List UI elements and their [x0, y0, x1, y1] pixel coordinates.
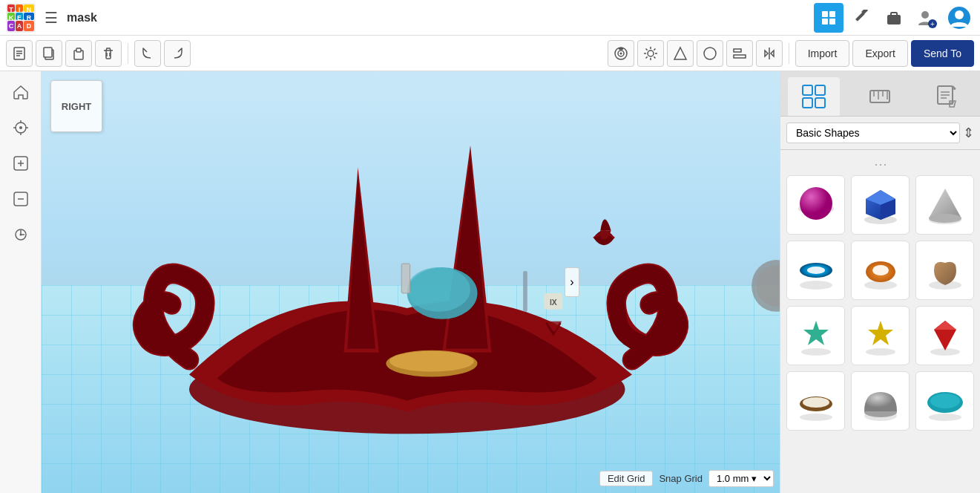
panel-expand-button[interactable]: ⇕	[963, 125, 974, 141]
paste-button[interactable]	[65, 40, 92, 67]
send-to-button[interactable]: Send To	[911, 40, 974, 67]
svg-point-80	[389, 351, 474, 372]
shapes-row-4	[786, 371, 974, 431]
thin-ring-shape[interactable]	[786, 371, 845, 431]
top-right-icons: +	[814, 3, 974, 33]
svg-rect-20	[829, 11, 835, 17]
gem-shape[interactable]	[915, 306, 974, 365]
shapes-row-3	[786, 306, 974, 365]
svg-rect-83	[401, 264, 410, 293]
svg-rect-57	[734, 55, 746, 58]
light-button[interactable]	[637, 40, 664, 67]
svg-rect-56	[734, 49, 741, 52]
svg-point-117	[872, 265, 889, 275]
svg-point-73	[19, 234, 22, 236]
svg-point-128	[803, 397, 829, 408]
star-gold-shape[interactable]	[851, 306, 910, 365]
redo-button[interactable]	[164, 40, 191, 67]
shape-button[interactable]	[667, 40, 694, 67]
scene-svg: IX	[42, 71, 780, 493]
svg-text:K: K	[9, 14, 14, 22]
svg-line-52	[654, 56, 655, 58]
svg-point-126	[800, 414, 832, 421]
undo-button[interactable]	[134, 40, 161, 67]
top-bar: T I N K E R C A D ☰ mask	[0, 0, 980, 36]
svg-text:E: E	[17, 14, 22, 22]
shapes-row-1	[786, 175, 974, 235]
shapes-grid: ⋯	[780, 150, 980, 493]
svg-point-131	[929, 414, 961, 421]
svg-rect-37	[44, 48, 52, 57]
svg-marker-78	[446, 157, 488, 349]
svg-point-112	[800, 281, 832, 290]
scroll-up-indicator: ⋯	[786, 156, 974, 172]
star-teal-shape[interactable]	[786, 306, 845, 365]
diamond-shape[interactable]	[915, 371, 974, 431]
shapes-row-2	[786, 241, 974, 300]
avatar-button[interactable]	[944, 3, 974, 33]
svg-marker-122	[868, 321, 893, 345]
torus-shape[interactable]	[786, 241, 845, 300]
box-shape[interactable]	[851, 175, 910, 235]
svg-rect-92	[803, 98, 812, 108]
grid-tab[interactable]	[788, 77, 840, 116]
svg-rect-39	[76, 48, 81, 52]
home-icon[interactable]	[6, 77, 36, 107]
delete-button[interactable]	[95, 40, 122, 67]
cone-shape[interactable]	[915, 175, 974, 235]
add-user-button[interactable]: +	[912, 3, 941, 33]
svg-point-114	[807, 267, 825, 274]
snap-grid-label: Snap Grid	[659, 473, 703, 484]
new-button[interactable]	[6, 40, 33, 67]
svg-point-121	[866, 348, 895, 356]
edit-grid-button[interactable]: Edit Grid	[599, 471, 654, 486]
ring-shape[interactable]	[851, 241, 910, 300]
camera-button[interactable]	[608, 40, 634, 67]
briefcase-button[interactable]	[879, 3, 909, 33]
snap-grid-select[interactable]: 1.0 mm ▾ 0.5 mm 2.0 mm 5.0 mm	[708, 470, 774, 487]
hammer-button[interactable]	[846, 3, 876, 33]
svg-point-104	[800, 187, 832, 220]
svg-point-46	[648, 50, 654, 56]
align-button[interactable]	[726, 40, 753, 67]
logo: T I N K E R C A D	[6, 3, 36, 33]
import-button[interactable]: Import	[795, 40, 850, 67]
svg-text:D: D	[27, 22, 32, 30]
sphere-shape[interactable]	[786, 175, 845, 235]
crosshair-icon[interactable]	[6, 113, 36, 143]
svg-point-133	[930, 394, 960, 408]
canvas-area[interactable]: RIGHT	[42, 71, 780, 493]
notes-tab[interactable]	[921, 77, 973, 116]
svg-rect-94	[870, 91, 889, 102]
svg-line-51	[645, 48, 647, 50]
zoom-out-icon[interactable]	[6, 184, 36, 214]
svg-text:A: A	[17, 22, 22, 30]
svg-text:+: +	[930, 20, 935, 28]
copy-button[interactable]	[36, 40, 62, 67]
right-panel: Basic Shapes Featured Shapes Text and Nu…	[780, 71, 980, 493]
svg-point-119	[801, 348, 831, 356]
heart-shape[interactable]	[915, 241, 974, 300]
ruler-tab[interactable]	[854, 77, 906, 116]
svg-rect-19	[822, 11, 828, 17]
separator-2	[789, 43, 789, 64]
svg-point-111	[929, 214, 961, 223]
ruler-icon[interactable]	[6, 220, 36, 249]
svg-text:IX: IX	[550, 298, 558, 307]
expand-panel-button[interactable]: ›	[565, 267, 579, 297]
grid-view-button[interactable]	[814, 3, 843, 33]
dome-shape[interactable]	[851, 371, 910, 431]
svg-point-82	[407, 267, 470, 312]
circle-button[interactable]	[697, 40, 723, 67]
menu-icon[interactable]: ☰	[42, 6, 61, 30]
export-button[interactable]: Export	[852, 40, 907, 67]
svg-text:I: I	[19, 6, 21, 13]
svg-text:N: N	[27, 6, 32, 13]
svg-marker-59	[765, 50, 768, 56]
mirror-button[interactable]	[756, 40, 783, 67]
project-name: mask	[67, 11, 808, 25]
svg-point-27	[921, 11, 929, 19]
shape-category-select[interactable]: Basic Shapes Featured Shapes Text and Nu…	[786, 123, 960, 143]
panel-header: Basic Shapes Featured Shapes Text and Nu…	[780, 117, 980, 150]
zoom-in-icon[interactable]	[6, 148, 36, 178]
